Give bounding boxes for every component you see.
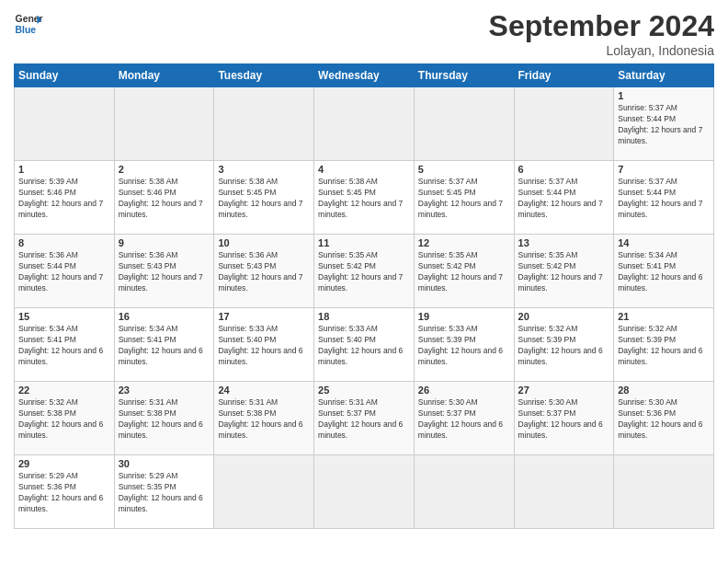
- calendar-cell: 6 Sunrise: 5:37 AM Sunset: 5:44 PM Dayli…: [514, 161, 614, 235]
- calendar-cell: [114, 87, 214, 161]
- calendar-cell: 26 Sunrise: 5:30 AM Sunset: 5:37 PM Dayl…: [414, 382, 514, 455]
- sunset: Sunset: 5:45 PM: [218, 188, 276, 197]
- daylight: Daylight: 12 hours and 7 minutes.: [518, 272, 603, 293]
- calendar-cell: 8 Sunrise: 5:36 AM Sunset: 5:44 PM Dayli…: [15, 235, 115, 308]
- calendar-cell: 21 Sunrise: 5:32 AM Sunset: 5:39 PM Dayl…: [614, 308, 714, 382]
- sunrise: Sunrise: 5:37 AM: [518, 177, 578, 186]
- cell-content: Sunrise: 5:35 AM Sunset: 5:42 PM Dayligh…: [518, 250, 610, 294]
- day-number: 12: [418, 237, 510, 248]
- day-number: 9: [119, 237, 210, 248]
- sunset: Sunset: 5:44 PM: [618, 114, 676, 123]
- sunset: Sunset: 5:40 PM: [318, 335, 376, 344]
- calendar-cell: 23 Sunrise: 5:31 AM Sunset: 5:38 PM Dayl…: [114, 382, 214, 455]
- day-number: 28: [618, 385, 710, 396]
- sunset: Sunset: 5:37 PM: [418, 408, 476, 418]
- sunrise: Sunrise: 5:36 AM: [18, 250, 78, 259]
- day-number: 1: [18, 164, 110, 175]
- cell-content: Sunrise: 5:38 AM Sunset: 5:45 PM Dayligh…: [218, 177, 310, 221]
- cell-content: Sunrise: 5:30 AM Sunset: 5:36 PM Dayligh…: [618, 397, 710, 442]
- col-sunday: Sunday: [15, 64, 115, 87]
- day-number: 6: [518, 164, 610, 175]
- cell-content: Sunrise: 5:32 AM Sunset: 5:39 PM Dayligh…: [518, 324, 610, 368]
- day-number: 19: [418, 311, 510, 322]
- calendar-cell: [314, 455, 415, 529]
- col-friday: Friday: [514, 64, 614, 87]
- day-number: 11: [318, 237, 410, 248]
- calendar-cell: 9 Sunrise: 5:36 AM Sunset: 5:43 PM Dayli…: [114, 235, 214, 308]
- cell-content: Sunrise: 5:29 AM Sunset: 5:36 PM Dayligh…: [18, 471, 110, 515]
- sunset: Sunset: 5:44 PM: [518, 188, 576, 197]
- calendar-cell: 1 Sunrise: 5:39 AM Sunset: 5:46 PM Dayli…: [15, 161, 115, 235]
- calendar-cell: [614, 455, 714, 529]
- cell-content: Sunrise: 5:34 AM Sunset: 5:41 PM Dayligh…: [119, 324, 210, 368]
- day-number: 30: [119, 458, 210, 469]
- cell-content: Sunrise: 5:39 AM Sunset: 5:46 PM Dayligh…: [18, 177, 110, 221]
- sunrise: Sunrise: 5:38 AM: [218, 177, 278, 186]
- sunrise: Sunrise: 5:34 AM: [119, 324, 178, 333]
- daylight: Daylight: 12 hours and 6 minutes.: [618, 419, 702, 440]
- month-title: September 2024: [489, 9, 714, 43]
- daylight: Daylight: 12 hours and 6 minutes.: [618, 272, 702, 293]
- calendar-week-3: 15 Sunrise: 5:34 AM Sunset: 5:41 PM Dayl…: [15, 308, 714, 382]
- daylight: Daylight: 12 hours and 6 minutes.: [318, 419, 403, 440]
- daylight: Daylight: 12 hours and 7 minutes.: [318, 199, 403, 219]
- sunset: Sunset: 5:41 PM: [18, 335, 76, 344]
- calendar-week-4: 22 Sunrise: 5:32 AM Sunset: 5:38 PM Dayl…: [15, 382, 714, 455]
- cell-content: Sunrise: 5:30 AM Sunset: 5:37 PM Dayligh…: [518, 397, 610, 442]
- header-row: Sunday Monday Tuesday Wednesday Thursday…: [15, 64, 714, 87]
- sunrise: Sunrise: 5:39 AM: [18, 177, 78, 186]
- calendar-cell: 20 Sunrise: 5:32 AM Sunset: 5:39 PM Dayl…: [514, 308, 614, 382]
- sunset: Sunset: 5:43 PM: [119, 261, 176, 270]
- cell-content: Sunrise: 5:33 AM Sunset: 5:39 PM Dayligh…: [418, 324, 510, 368]
- calendar-cell: 17 Sunrise: 5:33 AM Sunset: 5:40 PM Dayl…: [214, 308, 314, 382]
- calendar-cell: 22 Sunrise: 5:32 AM Sunset: 5:38 PM Dayl…: [15, 382, 115, 455]
- sunrise: Sunrise: 5:37 AM: [618, 103, 677, 112]
- day-number: 10: [218, 237, 310, 248]
- cell-content: Sunrise: 5:37 AM Sunset: 5:45 PM Dayligh…: [418, 177, 510, 221]
- day-number: 17: [218, 311, 310, 322]
- sunrise: Sunrise: 5:31 AM: [218, 397, 278, 407]
- sunset: Sunset: 5:45 PM: [418, 188, 476, 197]
- daylight: Daylight: 12 hours and 6 minutes.: [518, 346, 603, 366]
- daylight: Daylight: 12 hours and 7 minutes.: [119, 272, 203, 293]
- daylight: Daylight: 12 hours and 6 minutes.: [218, 346, 302, 366]
- calendar-cell: 3 Sunrise: 5:38 AM Sunset: 5:45 PM Dayli…: [214, 161, 314, 235]
- cell-content: Sunrise: 5:38 AM Sunset: 5:46 PM Dayligh…: [119, 177, 210, 221]
- calendar-cell: 11 Sunrise: 5:35 AM Sunset: 5:42 PM Dayl…: [314, 235, 415, 308]
- day-number: 4: [318, 164, 410, 175]
- day-number: 25: [318, 385, 410, 396]
- sunset: Sunset: 5:37 PM: [318, 408, 376, 418]
- cell-content: Sunrise: 5:31 AM Sunset: 5:38 PM Dayligh…: [218, 397, 310, 442]
- calendar-cell: 10 Sunrise: 5:36 AM Sunset: 5:43 PM Dayl…: [214, 235, 314, 308]
- cell-content: Sunrise: 5:35 AM Sunset: 5:42 PM Dayligh…: [318, 250, 410, 294]
- calendar-cell: 16 Sunrise: 5:34 AM Sunset: 5:41 PM Dayl…: [114, 308, 214, 382]
- sunset: Sunset: 5:38 PM: [18, 408, 76, 418]
- calendar-table: Sunday Monday Tuesday Wednesday Thursday…: [14, 63, 714, 529]
- sunset: Sunset: 5:38 PM: [218, 408, 276, 418]
- calendar-cell: 4 Sunrise: 5:38 AM Sunset: 5:45 PM Dayli…: [314, 161, 415, 235]
- daylight: Daylight: 12 hours and 7 minutes.: [18, 199, 103, 219]
- calendar-cell: 18 Sunrise: 5:33 AM Sunset: 5:40 PM Dayl…: [314, 308, 415, 382]
- day-number: 3: [218, 164, 310, 175]
- cell-content: Sunrise: 5:30 AM Sunset: 5:37 PM Dayligh…: [418, 397, 510, 442]
- sunset: Sunset: 5:39 PM: [518, 335, 576, 344]
- daylight: Daylight: 12 hours and 6 minutes.: [18, 493, 103, 513]
- cell-content: Sunrise: 5:37 AM Sunset: 5:44 PM Dayligh…: [618, 177, 710, 221]
- sunset: Sunset: 5:36 PM: [18, 482, 76, 491]
- day-number: 8: [18, 237, 110, 248]
- sunrise: Sunrise: 5:35 AM: [518, 250, 578, 259]
- sunrise: Sunrise: 5:34 AM: [18, 324, 78, 333]
- sunset: Sunset: 5:41 PM: [119, 335, 176, 344]
- daylight: Daylight: 12 hours and 7 minutes.: [618, 199, 702, 219]
- calendar-cell: 27 Sunrise: 5:30 AM Sunset: 5:37 PM Dayl…: [514, 382, 614, 455]
- sunrise: Sunrise: 5:31 AM: [119, 397, 178, 407]
- cell-content: Sunrise: 5:32 AM Sunset: 5:39 PM Dayligh…: [618, 324, 710, 368]
- daylight: Daylight: 12 hours and 6 minutes.: [18, 419, 103, 440]
- day-number: 21: [618, 311, 710, 322]
- sunrise: Sunrise: 5:38 AM: [119, 177, 178, 186]
- col-saturday: Saturday: [614, 64, 714, 87]
- calendar-cell: 29 Sunrise: 5:29 AM Sunset: 5:36 PM Dayl…: [15, 455, 115, 529]
- day-number: 2: [119, 164, 210, 175]
- sunset: Sunset: 5:43 PM: [218, 261, 276, 270]
- daylight: Daylight: 12 hours and 6 minutes.: [18, 346, 103, 366]
